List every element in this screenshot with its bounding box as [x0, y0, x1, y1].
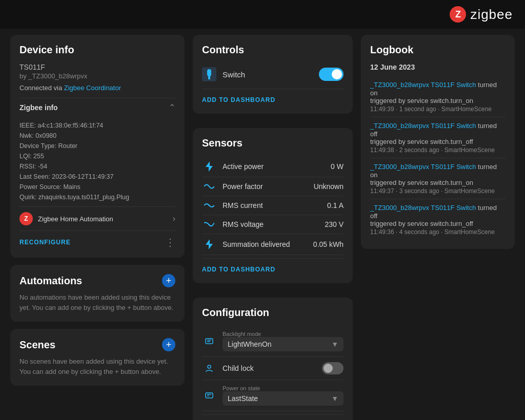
sensors-title: Sensors: [202, 137, 344, 149]
configuration-title: Configuration: [202, 307, 344, 319]
reconfigure-button[interactable]: RECONFIGURE: [19, 239, 71, 246]
more-options-button[interactable]: ⋮: [165, 236, 175, 248]
configuration-card: Configuration Backlight mode LightWhenOn…: [193, 298, 353, 420]
child-lock-content: Child lock: [223, 364, 316, 372]
config-power-on-row: Power on state LastState ▼: [202, 380, 344, 411]
zigbee-info-table: IEEE: a4:c1:38:0e:f5:46:1f:74 Nwk: 0x098…: [19, 120, 175, 202]
device-info-title: Device info: [19, 44, 175, 56]
brand: Z zigbee: [450, 6, 513, 23]
log-link[interactable]: _TZ3000_b28wrpvx TS011F Switch: [370, 122, 476, 130]
add-scene-button[interactable]: +: [162, 338, 175, 351]
backlight-content: Backlight mode LightWhenOn ▼: [223, 331, 344, 351]
automations-empty: No automations have been added using thi…: [19, 292, 175, 312]
automations-card: Automations + No automations have been a…: [10, 265, 185, 322]
active-power-icon: [202, 161, 216, 172]
switch-toggle[interactable]: [319, 68, 344, 81]
logbook-date: 12 June 2023: [370, 63, 506, 71]
child-lock-label: Child lock: [223, 364, 254, 372]
log-link[interactable]: _TZ3000_b28wrpvx TS011F Switch: [370, 81, 476, 89]
log-trigger: triggered by service switch.turn_on: [370, 179, 506, 186]
zigbee-coordinator-link[interactable]: Zigbee Coordinator: [64, 84, 121, 92]
lqi-row: LQI: 255: [19, 151, 175, 161]
logbook-title: Logbook: [370, 44, 506, 56]
log-entries: _TZ3000_b28wrpvx TS011F Switch turned on…: [370, 76, 506, 240]
toggle-slider: [319, 68, 344, 81]
rms-current-label: RMS current: [223, 201, 321, 209]
active-power-label: Active power: [223, 162, 325, 171]
power-source-row: Power Source: Mains: [19, 182, 175, 192]
power-on-select[interactable]: LastState ▼: [223, 391, 344, 406]
main-layout: Device info TS011F by _TZ3000_b28wrpvx C…: [0, 29, 525, 420]
brand-name: zigbee: [470, 7, 513, 23]
scenes-title: Scenes: [19, 339, 55, 351]
config-add-dashboard-button[interactable]: ADD To DASHBOARD: [202, 418, 275, 420]
svg-rect-4: [206, 339, 213, 344]
right-column: Logbook 12 June 2023 _TZ3000_b28wrpvx TS…: [361, 35, 515, 420]
sensor-row-power-factor: Power factor Unknown: [202, 177, 344, 196]
controls-title: Controls: [202, 44, 344, 56]
backlight-sub-label: Backlight mode: [223, 331, 344, 337]
device-info-footer: RECONFIGURE ⋮: [19, 230, 175, 248]
sensors-card: Sensors Active power 0 W Power factor U: [193, 128, 353, 283]
sensors-divider: [202, 258, 344, 259]
summation-icon: [202, 239, 216, 249]
child-lock-toggle[interactable]: [322, 362, 344, 374]
log-meta: 11:49:36 · 4 seconds ago · SmartHomeScen…: [370, 228, 506, 236]
log-entry: _TZ3000_b28wrpvx TS011F Switch turned of…: [370, 199, 506, 240]
last-seen-row: Last Seen: 2023-06-12T11:49:37: [19, 172, 175, 182]
sensors-add-dashboard-button[interactable]: ADD TO DASHBOARD: [202, 262, 275, 274]
log-meta: 11:49:39 · 1 second ago · SmartHomeScene: [370, 106, 506, 113]
ieee-row: IEEE: a4:c1:38:0e:f5:46:1f:74: [19, 120, 175, 131]
device-type-row: Device Type: Router: [19, 141, 175, 151]
power-on-icon: [202, 391, 216, 400]
power-factor-value: Unknown: [314, 182, 344, 191]
log-link[interactable]: _TZ3000_b28wrpvx TS011F Switch: [370, 163, 476, 171]
sensor-row-rms-current: RMS current 0.1 A: [202, 196, 344, 215]
switch-row: Switch: [202, 63, 344, 86]
switch-icon: [202, 67, 216, 81]
automations-title: Automations: [19, 275, 82, 287]
zigbee-ha-icon: Z: [19, 212, 33, 225]
log-link[interactable]: _TZ3000_b28wrpvx TS011F Switch: [370, 204, 476, 212]
nwk-row: Nwk: 0x0980: [19, 131, 175, 141]
power-on-value: LastState: [228, 394, 258, 403]
log-trigger: triggered by service switch.turn_off: [370, 220, 506, 227]
zigbee-logo-icon: Z: [450, 6, 466, 23]
zigbee-ha-label: Zigbee Home Automation: [38, 215, 113, 223]
controls-add-dashboard-button[interactable]: ADD TO DASHBOARD: [202, 92, 275, 104]
power-on-sub-label: Power on state: [223, 385, 344, 391]
power-on-dropdown-icon: ▼: [331, 394, 338, 403]
quirk-row: Quirk: zhaquirks.tuya.ts011f_plug.Plug: [19, 192, 175, 202]
log-meta: 11:49:37 · 3 seconds ago · SmartHomeScen…: [370, 187, 506, 195]
device-by: by _TZ3000_b28wrpvx: [19, 72, 175, 80]
sensor-row-rms-voltage: RMS voltage 230 V: [202, 215, 344, 234]
sensor-row-summation: Summation delivered 0.05 kWh: [202, 234, 344, 255]
rms-voltage-icon: [202, 221, 216, 228]
rssi-row: RSSI: -54: [19, 161, 175, 172]
log-entry-text: _TZ3000_b28wrpvx TS011F Switch turned on: [370, 162, 506, 179]
chevron-right-icon: ›: [173, 214, 175, 223]
log-meta: 11:49:38 · 2 seconds ago · SmartHomeScen…: [370, 146, 506, 154]
log-entry: _TZ3000_b28wrpvx TS011F Switch turned on…: [370, 158, 506, 199]
zigbee-ha-row[interactable]: Z Zigbee Home Automation ›: [19, 206, 175, 230]
config-divider: [202, 414, 344, 415]
add-automation-button[interactable]: +: [162, 274, 175, 287]
device-info-card: Device info TS011F by _TZ3000_b28wrpvx C…: [10, 35, 185, 258]
switch-label: Switch: [223, 70, 313, 79]
log-entry-text: _TZ3000_b28wrpvx TS011F Switch turned of…: [370, 203, 506, 220]
rms-voltage-label: RMS voltage: [223, 220, 318, 228]
active-power-value: 0 W: [331, 162, 344, 171]
svg-rect-0: [207, 69, 211, 76]
power-factor-label: Power factor: [223, 182, 308, 191]
logbook-card: Logbook 12 June 2023 _TZ3000_b28wrpvx TS…: [361, 35, 515, 249]
sensor-row-active-power: Active power 0 W: [202, 156, 344, 177]
log-trigger: triggered by service switch.turn_off: [370, 138, 506, 145]
backlight-select[interactable]: LightWhenOn ▼: [223, 337, 344, 351]
config-child-lock-row: Child lock: [202, 357, 344, 380]
chevron-up-icon[interactable]: ⌃: [169, 102, 175, 112]
log-entry: _TZ3000_b28wrpvx TS011F Switch turned on…: [370, 76, 506, 117]
power-on-content: Power on state LastState ▼: [223, 385, 344, 406]
controls-divider: [202, 89, 344, 89]
child-lock-icon: [202, 364, 216, 373]
child-lock-slider: [322, 362, 344, 374]
